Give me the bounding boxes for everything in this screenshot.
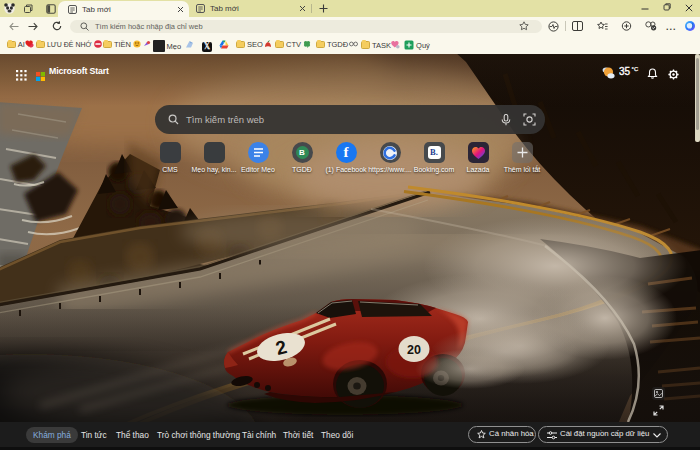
svg-text:35: 35 <box>619 66 631 77</box>
svg-text:°C: °C <box>632 66 639 72</box>
svg-text:20: 20 <box>407 343 421 357</box>
